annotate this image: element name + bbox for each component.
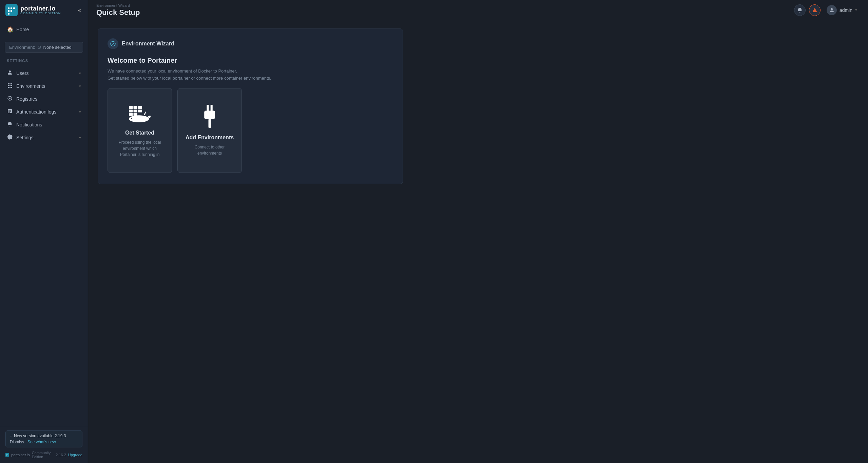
user-avatar xyxy=(827,5,837,15)
environment-value: None selected xyxy=(43,45,72,50)
svg-rect-18 xyxy=(134,106,137,109)
welcome-desc-2: Get started below with your local portai… xyxy=(108,76,393,81)
sidebar-item-settings[interactable]: Settings ▾ xyxy=(0,131,88,144)
sidebar-item-notifications[interactable]: Notifications xyxy=(0,118,88,131)
sidebar-item-settings-label: Settings xyxy=(16,135,76,140)
sidebar-item-users-label: Users xyxy=(16,71,76,76)
home-icon: 🏠 xyxy=(7,26,13,33)
svg-rect-5 xyxy=(11,10,12,12)
environments-icon xyxy=(7,83,13,89)
upgrade-button[interactable] xyxy=(809,4,821,16)
page-title: Quick Setup xyxy=(96,8,140,17)
svg-rect-10 xyxy=(6,454,6,455)
wizard-card: Environment Wizard Welcome to Portainer … xyxy=(98,28,403,184)
sidebar: portainer.io COMMUNITY EDITION « 🏠 Home … xyxy=(0,0,88,463)
sidebar-version: portainer.io Community Edition 2.16.2 Up… xyxy=(5,451,82,459)
update-text: New version available 2.19.3 xyxy=(14,434,66,438)
svg-point-8 xyxy=(9,98,11,99)
svg-rect-23 xyxy=(129,113,133,116)
settings-icon xyxy=(7,134,13,141)
sidebar-item-auth-logs-label: Authentication logs xyxy=(16,109,76,115)
get-started-card-title: Get Started xyxy=(125,130,154,136)
svg-rect-13 xyxy=(6,455,6,455)
sidebar-item-registries-label: Registries xyxy=(16,96,81,102)
welcome-desc-1: We have connected your local environment… xyxy=(108,68,393,74)
svg-rect-12 xyxy=(8,454,8,455)
topbar-right: admin ▾ xyxy=(794,4,860,17)
svg-rect-2 xyxy=(11,7,12,9)
svg-rect-15 xyxy=(6,456,6,456)
svg-rect-1 xyxy=(8,7,9,9)
wizard-header-icon xyxy=(108,38,118,49)
update-icon: ↓ xyxy=(10,434,12,438)
sidebar-header: portainer.io COMMUNITY EDITION « xyxy=(0,0,88,20)
username-label: admin xyxy=(840,7,852,13)
sidebar-item-home[interactable]: 🏠 Home xyxy=(0,23,88,36)
auth-logs-chevron-icon: ▾ xyxy=(79,110,81,114)
main-content: Environment Wizard Quick Setup admin ▾ xyxy=(88,0,868,463)
logo-edition: COMMUNITY EDITION xyxy=(20,12,61,15)
welcome-title: Welcome to Portainer xyxy=(108,57,393,64)
logo-name: portainer.io xyxy=(20,5,61,12)
add-environments-card-title: Add Environments xyxy=(186,135,234,141)
sidebar-item-auth-logs[interactable]: Authentication logs ▾ xyxy=(0,105,88,118)
svg-rect-17 xyxy=(129,106,133,109)
svg-rect-11 xyxy=(7,454,7,455)
edition-footer: Community Edition xyxy=(32,451,54,459)
auth-logs-icon xyxy=(7,108,13,115)
svg-rect-30 xyxy=(209,119,211,128)
svg-rect-19 xyxy=(138,106,142,109)
plug-icon xyxy=(199,105,220,128)
users-icon xyxy=(7,70,13,77)
whats-new-link[interactable]: See what's new xyxy=(27,440,56,444)
svg-rect-14 xyxy=(7,455,7,455)
svg-point-25 xyxy=(129,115,149,122)
breadcrumb: Environment Wizard xyxy=(96,3,140,7)
sidebar-item-environments-label: Environments xyxy=(16,83,76,89)
svg-rect-29 xyxy=(204,111,215,119)
svg-rect-22 xyxy=(138,109,142,112)
environment-selector[interactable]: Environment: ⊘ None selected xyxy=(5,42,83,53)
update-banner: ↓ New version available 2.19.3 Dismiss S… xyxy=(5,430,82,447)
page-title-area: Environment Wizard Quick Setup xyxy=(96,3,140,17)
sidebar-item-registries[interactable]: Registries xyxy=(0,93,88,105)
add-environments-card-desc: Connect to other environments xyxy=(185,144,235,156)
notifications-icon xyxy=(7,121,13,128)
sidebar-item-notifications-label: Notifications xyxy=(16,122,81,127)
portainer-logo-icon xyxy=(5,4,18,16)
sidebar-item-environments[interactable]: Environments ▾ xyxy=(0,80,88,93)
wand-icon xyxy=(110,41,116,47)
user-menu-chevron-icon: ▾ xyxy=(855,8,857,12)
nav-section-main: 🏠 Home xyxy=(0,20,88,38)
settings-section-header: Settings xyxy=(0,56,88,64)
no-env-icon: ⊘ xyxy=(37,44,41,50)
topbar: Environment Wizard Quick Setup admin ▾ xyxy=(88,0,868,20)
environments-chevron-icon: ▾ xyxy=(79,84,81,88)
svg-point-26 xyxy=(131,118,132,119)
wizard-header-title: Environment Wizard xyxy=(122,41,174,47)
sidebar-item-users[interactable]: Users ▾ xyxy=(0,67,88,80)
get-started-card[interactable]: Get Started Proceed using the local envi… xyxy=(108,88,172,173)
registries-icon xyxy=(7,96,13,102)
dismiss-button[interactable]: Dismiss xyxy=(10,440,24,444)
version-number: 2.16.2 xyxy=(56,453,66,457)
logo: portainer.io COMMUNITY EDITION xyxy=(5,4,61,16)
environment-label-prefix: Environment: xyxy=(9,45,35,50)
notifications-bell-button[interactable] xyxy=(794,4,806,16)
users-chevron-icon: ▾ xyxy=(79,71,81,76)
content-area: Environment Wizard Welcome to Portainer … xyxy=(88,20,868,463)
collapse-sidebar-button[interactable]: « xyxy=(77,6,82,15)
settings-chevron-icon: ▾ xyxy=(79,136,81,140)
svg-rect-20 xyxy=(129,109,133,112)
svg-rect-28 xyxy=(211,105,213,111)
sidebar-item-home-label: Home xyxy=(16,27,81,32)
nav-section-settings: Users ▾ Environments ▾ Registries Authen… xyxy=(0,64,88,147)
user-menu[interactable]: admin ▾ xyxy=(824,4,860,17)
sidebar-footer: ↓ New version available 2.19.3 Dismiss S… xyxy=(0,427,88,463)
option-cards: Get Started Proceed using the local envi… xyxy=(108,88,393,173)
add-environments-card[interactable]: Add Environments Connect to other enviro… xyxy=(177,88,242,173)
upgrade-link[interactable]: Upgrade xyxy=(68,453,82,457)
wizard-header: Environment Wizard xyxy=(108,38,393,49)
get-started-card-desc: Proceed using the local environment whic… xyxy=(115,139,165,158)
svg-rect-6 xyxy=(8,13,9,15)
